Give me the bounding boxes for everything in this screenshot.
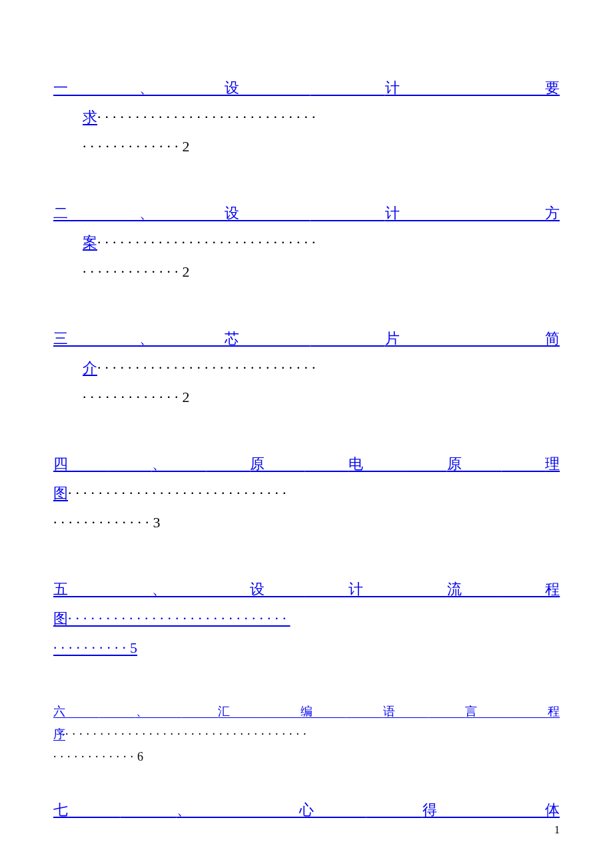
- toc-title[interactable]: 四 、 原 电 原 理: [53, 449, 560, 479]
- toc-leader-dots: ·····························: [97, 234, 320, 251]
- toc-continuation: ·············2: [83, 383, 560, 412]
- toc-title[interactable]: 二、设 计 方: [53, 199, 560, 228]
- document-page: 一、设 计 要 求····························· ·…: [0, 0, 613, 868]
- toc-continuation: ·············2: [83, 132, 560, 161]
- toc-entry: 六 、 汇 编 语 言 程 序·························…: [53, 700, 560, 769]
- toc-page-number: 5: [130, 639, 137, 656]
- toc-leader-dots: ··········: [53, 639, 130, 656]
- toc-leader-dots: ·····························: [97, 359, 320, 376]
- toc-entry: 四 、 原 电 原 理 图···························…: [53, 449, 560, 537]
- toc-page-number: 2: [183, 138, 190, 155]
- toc-entry: 五 、 设 计 流 程 图···························…: [53, 575, 560, 663]
- toc-link[interactable]: 五 、 设 计 流 程 图···························…: [53, 575, 560, 656]
- toc-continuation: 图·····························: [53, 485, 291, 501]
- toc-leader-dots: ·············: [83, 138, 183, 155]
- toc-leader-dots: ·····························: [97, 109, 320, 125]
- toc-continuation: 介·····························: [83, 353, 560, 383]
- toc-leader-dots: ·············: [83, 389, 183, 405]
- toc-number: 一、: [53, 79, 225, 96]
- toc-page-number: 2: [183, 263, 190, 280]
- toc-title: 五 、 设 计 流 程: [53, 575, 560, 604]
- toc-entry: 三、芯 片 简 介····························· ·…: [53, 324, 560, 412]
- toc-leader-dots: ············: [53, 750, 137, 763]
- toc-leader-dots: ···································: [65, 727, 310, 741]
- toc-continuation: 求·····························: [83, 103, 560, 132]
- toc-number: 二、: [53, 205, 225, 221]
- page-number-footer: 1: [554, 824, 560, 836]
- toc-title[interactable]: 六 、 汇 编 语 言 程: [53, 700, 560, 723]
- toc-entry: 一、设 计 要 求····························· ·…: [53, 73, 560, 161]
- toc-entry: 二、设 计 方 案····························· ·…: [53, 199, 560, 287]
- toc-continuation: 序···································: [53, 727, 310, 741]
- toc-continuation: ·············2: [83, 257, 560, 287]
- toc-leader-dots: ·············: [83, 263, 183, 280]
- toc-title[interactable]: 三、芯 片 简: [53, 324, 560, 353]
- toc-continuation: ············6: [53, 750, 143, 763]
- toc-continuation: ·············3: [53, 514, 161, 531]
- toc-leader-dots: ·····························: [68, 610, 291, 627]
- toc-page-number: 3: [153, 514, 161, 531]
- toc-title[interactable]: 一、设 计 要: [53, 73, 560, 103]
- toc-leader-dots: ·····························: [68, 485, 291, 501]
- toc-leader-dots: ·············: [53, 514, 153, 531]
- toc-number: 三、: [53, 330, 225, 347]
- toc-entry: 七 、 心 得 体: [53, 795, 560, 825]
- toc-page-number: 6: [137, 750, 143, 763]
- toc-title[interactable]: 七 、 心 得 体: [53, 795, 560, 825]
- toc-page-number: 2: [183, 389, 190, 405]
- toc-continuation: 案·····························: [83, 228, 560, 257]
